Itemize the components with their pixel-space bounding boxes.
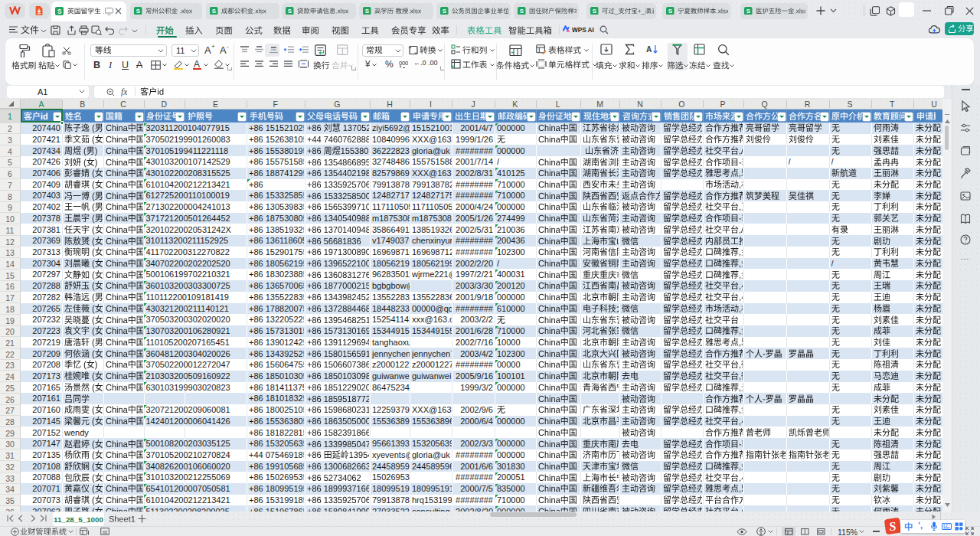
svg-text:S: S bbox=[57, 8, 62, 15]
svg-text:S: S bbox=[443, 8, 446, 15]
svg-text:S: S bbox=[288, 8, 292, 15]
svg-text:S: S bbox=[136, 8, 140, 15]
svg-text:S: S bbox=[212, 8, 216, 15]
svg-text:A: A bbox=[646, 45, 652, 54]
svg-text:S: S bbox=[746, 8, 750, 15]
svg-text:S: S bbox=[668, 8, 672, 15]
svg-text:S: S bbox=[520, 8, 524, 15]
svg-text:S: S bbox=[593, 8, 596, 15]
svg-text:S: S bbox=[365, 8, 369, 15]
svg-text:S: S bbox=[890, 520, 897, 533]
